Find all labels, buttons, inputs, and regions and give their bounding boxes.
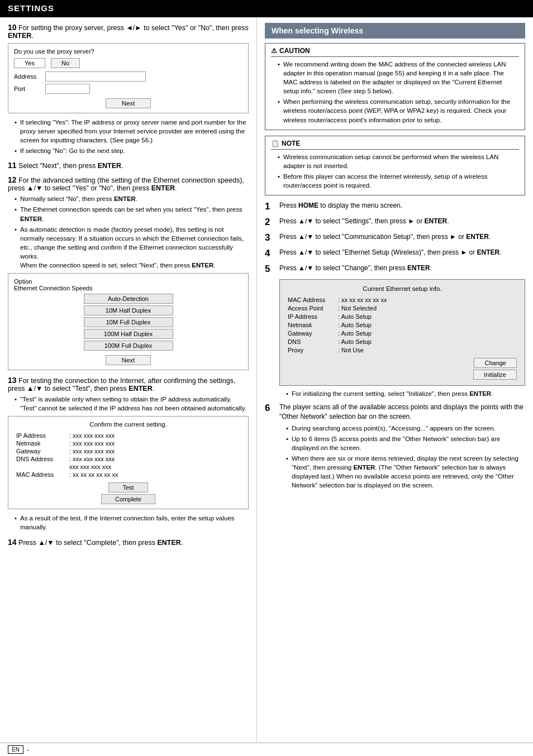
step-14-text: Press ▲/▼ to select "Complete", then pre… [18,539,183,547]
footer: EN - [0,743,533,756]
right-step-4-number: 4 [265,248,275,259]
step-13-title: 13 For testing the connection to the Int… [8,376,249,393]
step6-bullets: During searching access point(s), "Acces… [279,424,525,490]
confirm-netmask-value: : xxx xxx xxx xxx [69,440,115,447]
footer-badge: EN [8,745,23,754]
eth-buttons: Change Initialize [288,358,517,380]
eth-netmask-label: Netmask [288,322,338,328]
confirm-gateway-row: Gateway : xxx xxx xxx xxx [16,448,240,454]
step-11-number: 11 [8,161,17,170]
step-12-text: For the advanced setting (the setting of… [8,176,244,192]
caution-bullet-1: We recommend writing down the MAC addres… [278,60,519,95]
proxy-options-row: Yes No [14,58,242,68]
eth-proxy-label: Proxy [288,347,338,353]
proxy-address-row: Address [14,71,242,82]
option-10m-full[interactable]: 10M Full Duplex [84,317,173,327]
eth-ip-label: IP Address [288,313,338,320]
proxy-address-label: Address [14,73,42,80]
option-100m-half[interactable]: 100M Half Duplex [84,329,173,339]
eth-ap-label: Access Point [288,305,338,312]
proxy-yes-button[interactable]: Yes [14,58,45,68]
note-title: 📋 NOTE [271,140,519,150]
right-step-5-text: Press ▲/▼ to select "Change", then press… [279,264,432,273]
right-step-6: 6 The player scans all of the available … [265,403,525,491]
note-box: 📋 NOTE Wireless communication setup cann… [265,136,525,195]
eth-ip-value: : Auto Setup [338,313,372,320]
eth-initialize-button[interactable]: Initialize [473,370,517,380]
right-step-5: 5 Press ▲/▼ to select "Change", then pre… [265,264,525,275]
proxy-port-input[interactable] [45,84,90,94]
proxy-next-button[interactable]: Next [106,98,151,108]
eth-proxy-value: : Not Use [338,347,364,353]
step-10-text: For setting the proxy server, press ◄/► … [8,24,249,40]
eth-ap-row: Access Point : Not Selected [288,305,517,312]
option-next-wrap: Next [14,355,242,365]
step-12-bullet-2: The Ethernet connection speeds can be se… [15,205,249,223]
eth-ip-row: IP Address : Auto Setup [288,313,517,320]
step-10: 10 For setting the proxy server, press ◄… [8,23,249,155]
right-column: When selecting Wireless ⚠ CAUTION We rec… [257,17,533,743]
eth-mac-row: MAC Address : xx xx xx xx xx xx [288,296,517,303]
eth-mac-value: : xx xx xx xx xx xx [338,296,387,303]
proxy-address-input[interactable] [45,71,146,82]
right-step-1-text: Press HOME to display the menu screen. [279,201,402,210]
confirm-dns2-value: xxx xxx xxx xxx [69,463,111,470]
confirm-gateway-label: Gateway [16,448,69,454]
note-icon: 📋 [271,140,279,147]
step-13-bullets: "Test" is available only when setting to… [8,395,249,413]
eth-gateway-value: : Auto Setup [338,330,372,337]
step-12-bullet-1: Normally select "No", then press ENTER. [15,194,249,203]
eth-gateway-row: Gateway : Auto Setup [288,330,517,337]
step-14-number: 14 [8,538,17,547]
step-11-title: 11 Select "Next", then press ENTER. [8,161,249,170]
option-next-button[interactable]: Next [106,355,151,365]
page-title: SETTINGS [8,3,54,13]
step5-after-bullets: For initializing the current setting, se… [279,389,525,398]
eth-change-button[interactable]: Change [474,358,517,368]
option-100m-full[interactable]: 100M Full Duplex [84,341,173,351]
step-13-after-bullet-1: As a result of the test, if the Internet… [15,514,249,532]
confirm-dns2-label [16,463,69,470]
step-12-bullets: Normally select "No", then press ENTER. … [8,194,249,270]
step-12-number: 12 [8,175,17,184]
right-step-6-number: 6 [265,403,275,414]
caution-bullet-2: When performing the wireless communicati… [278,97,519,124]
proxy-next-wrap: Next [14,98,242,108]
eth-dns-label: DNS [288,338,338,345]
confirm-ip-label: IP Address [16,432,69,439]
confirm-gateway-value: : xxx xxx xxx xxx [69,448,115,454]
step-10-title: 10 For setting the proxy server, press ◄… [8,23,249,40]
option-10m-half[interactable]: 10M Half Duplex [84,305,173,315]
step-14-title: 14 Press ▲/▼ to select "Complete", then … [8,538,249,547]
step-13: 13 For testing the connection to the Int… [8,376,249,532]
page-header: SETTINGS [0,0,533,16]
eth-netmask-value: : Auto Setup [338,322,372,328]
confirm-netmask-row: Netmask : xxx xxx xxx xxx [16,440,240,447]
proxy-port-label: Port [14,85,42,92]
eth-gateway-label: Gateway [288,330,338,337]
caution-box: ⚠ CAUTION We recommend writing down the … [265,43,525,130]
step6-bullet-2: Up to 6 items (5 access points and the "… [286,434,525,452]
note-bullet-1: Wireless communication setup cannot be p… [278,152,519,170]
right-step-3: 3 Press ▲/▼ to select "Communication Set… [265,232,525,243]
test-button[interactable]: Test [108,482,147,492]
step-13-text: For testing the connection to the Intern… [8,377,235,393]
right-step-4: 4 Press ▲/▼ to select "Ethernet Setup (W… [265,248,525,259]
confirm-ip-row: IP Address : xxx xxx xxx xxx [16,432,240,439]
right-step-4-text: Press ▲/▼ to select "Ethernet Setup (Wir… [279,248,502,257]
proxy-no-button[interactable]: No [51,58,80,68]
step6-bullet-1: During searching access point(s), "Acces… [286,424,525,433]
confirm-dns-row: DNS Address : xxx xxx xxx xxx [16,456,240,462]
right-step-2-number: 2 [265,217,275,228]
eth-title: Current Ethernet setup info. [288,285,517,292]
option-auto[interactable]: Auto-Detection [84,294,173,304]
step-10-number: 10 [8,23,17,32]
eth-dns-value: : Auto Setup [338,338,372,345]
eth-ap-value: : Not Selected [338,305,377,312]
caution-bullets: We recommend writing down the MAC addres… [271,60,519,125]
complete-button[interactable]: Complete [101,494,155,504]
proxy-dialog: Do you use the proxy server? Yes No Addr… [8,43,249,113]
ethernet-info-box: Current Ethernet setup info. MAC Address… [279,279,525,386]
step-12-title: 12 For the advanced setting (the setting… [8,175,249,192]
step-10-bullet-1: If selecting "Yes": The IP address or pr… [15,118,249,145]
